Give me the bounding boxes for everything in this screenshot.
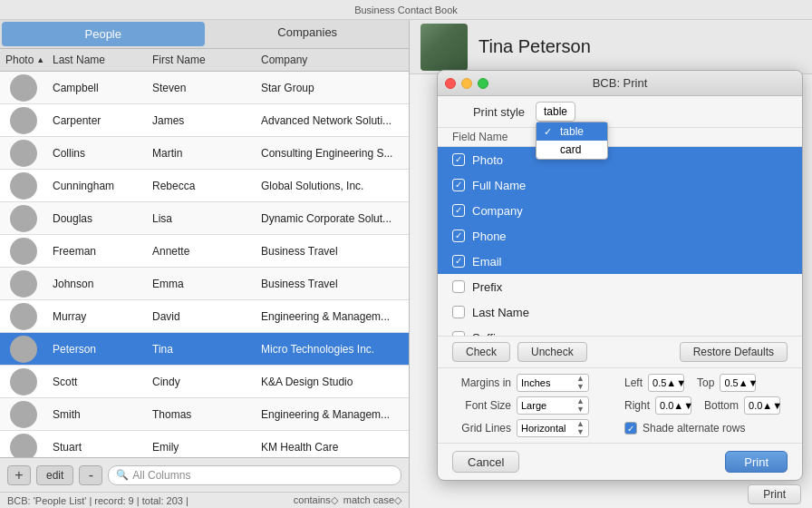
top-input[interactable]: 0.5 ▲▼: [720, 374, 756, 392]
cell-company: Star Group: [256, 82, 409, 94]
tab-people[interactable]: People: [2, 22, 205, 46]
table-row[interactable]: Campbell Steven Star Group: [0, 72, 409, 104]
field-name: Email: [472, 255, 502, 269]
match-case-selector[interactable]: match case◇: [343, 494, 401, 506]
field-checkbox[interactable]: [452, 306, 465, 318]
left-input[interactable]: 0.5 ▲▼: [648, 374, 684, 392]
left-stepper-icon: ▲▼: [666, 377, 686, 388]
bottom-label: Bottom: [704, 399, 739, 412]
cell-photo: [0, 172, 47, 200]
shade-row: Shade alternate rows: [624, 419, 788, 437]
shade-checkbox[interactable]: [624, 422, 637, 435]
status-text: BCB: 'People List' | record: 9 | total: …: [7, 495, 188, 506]
tab-companies[interactable]: Companies: [207, 20, 410, 48]
cell-photo: [0, 140, 47, 167]
add-record-button[interactable]: +: [7, 465, 31, 485]
maximize-button[interactable]: [478, 78, 488, 89]
action-buttons: Check Uncheck Restore Defaults: [438, 336, 802, 367]
close-button[interactable]: [445, 78, 456, 89]
options-section: Margins in Inches ▲▼ Left 0.5 ▲▼ Top 0.5: [438, 367, 802, 443]
field-item[interactable]: Email: [438, 249, 802, 274]
cancel-button[interactable]: Cancel: [452, 451, 519, 473]
header-photo[interactable]: Photo ▲: [0, 51, 47, 69]
edit-button[interactable]: edit: [36, 465, 73, 485]
margins-unit-select[interactable]: Inches ▲▼: [517, 374, 589, 392]
table-row[interactable]: Cunningham Rebecca Global Solutions, Inc…: [0, 170, 409, 202]
table-row[interactable]: Johnson Emma Business Travel: [0, 268, 409, 300]
grid-lines-value: Horizontal: [521, 423, 566, 434]
field-item[interactable]: Suffix: [438, 325, 802, 336]
minimize-button[interactable]: [461, 78, 472, 89]
cell-last-name: Freeman: [47, 245, 147, 258]
print-style-dropdown[interactable]: table ✓ table card: [536, 102, 575, 122]
field-item[interactable]: Last Name: [438, 299, 802, 325]
table-row[interactable]: Carpenter James Advanced Network Soluti.…: [0, 104, 409, 137]
print-style-btn[interactable]: table: [536, 102, 575, 122]
cell-photo: [0, 368, 47, 396]
bottom-input[interactable]: 0.0 ▲▼: [744, 396, 780, 415]
table-row[interactable]: Smith Thomas Engineering & Managem...: [0, 398, 409, 431]
uncheck-button[interactable]: Uncheck: [517, 342, 587, 362]
left-panel: People Companies Photo ▲ Last Name First…: [0, 20, 410, 508]
cell-last-name: Johnson: [47, 278, 147, 290]
table-row[interactable]: Douglas Lisa Dynamic Corporate Solut...: [0, 202, 409, 235]
table-row[interactable]: Collins Martin Consulting Engineering S.…: [0, 137, 409, 170]
header-company[interactable]: Company: [256, 51, 409, 69]
grid-lines-select[interactable]: Horizontal ▲▼: [517, 419, 589, 437]
tab-bar: People Companies: [0, 20, 409, 49]
remove-record-button[interactable]: -: [79, 465, 102, 485]
cell-company: Engineering & Managem...: [256, 310, 409, 323]
header-first-name[interactable]: First Name: [147, 51, 256, 69]
style-option-table[interactable]: ✓ table: [536, 122, 607, 141]
app-title: Business Contact Book: [354, 5, 458, 15]
header-last-name[interactable]: Last Name: [47, 51, 147, 69]
cell-photo: [0, 401, 47, 428]
right-value: 0.0: [660, 400, 673, 411]
traffic-lights: [445, 78, 488, 89]
table-row[interactable]: Scott Cindy K&A Design Studio: [0, 366, 409, 398]
field-checkbox[interactable]: [452, 280, 465, 293]
cell-photo: [0, 270, 47, 298]
print-button[interactable]: Print: [725, 451, 788, 473]
contact-photo: [420, 24, 468, 71]
field-item[interactable]: Phone: [438, 223, 802, 249]
cell-last-name: Cunningham: [47, 180, 147, 192]
style-option-card[interactable]: card: [536, 141, 607, 159]
cell-photo: [0, 74, 47, 102]
table-row[interactable]: Freeman Annette Business Travel: [0, 235, 409, 268]
grid-lines-row: Grid Lines Horizontal ▲▼: [452, 419, 615, 437]
right-panel: Tina Peterson BCB: Print Print style tab…: [410, 20, 812, 508]
table-row[interactable]: Peterson Tina Micro Technologies Inc.: [0, 333, 409, 366]
field-item[interactable]: Photo: [438, 147, 802, 172]
cell-company: Dynamic Corporate Solut...: [256, 212, 409, 225]
restore-defaults-button[interactable]: Restore Defaults: [680, 342, 788, 362]
cell-company: Micro Technologies Inc.: [256, 343, 409, 356]
field-item[interactable]: Prefix: [438, 274, 802, 299]
contains-selector[interactable]: contains◇: [294, 494, 338, 506]
avatar: [10, 270, 37, 298]
style-label-table: table: [560, 125, 584, 138]
cell-company: KM Health Care: [256, 441, 409, 454]
field-checkbox[interactable]: [452, 204, 465, 217]
contact-name: Tina Peterson: [478, 36, 591, 57]
field-item[interactable]: Full Name: [438, 172, 802, 198]
table-row[interactable]: Murray David Engineering & Managem...: [0, 300, 409, 333]
main-print-button[interactable]: Print: [748, 484, 801, 504]
field-checkbox[interactable]: [452, 230, 465, 242]
field-item[interactable]: Company: [438, 198, 802, 223]
grid-lines-label: Grid Lines: [452, 422, 511, 435]
cell-first-name: Emma: [147, 278, 256, 290]
table-row[interactable]: Stuart Emily KM Health Care: [0, 431, 409, 457]
cell-company: K&A Design Studio: [256, 376, 409, 388]
font-size-value: Large: [521, 400, 546, 411]
avatar: [10, 303, 37, 330]
check-button[interactable]: Check: [452, 342, 510, 362]
field-checkbox[interactable]: [452, 255, 465, 268]
field-checkbox[interactable]: [452, 179, 465, 191]
field-checkbox[interactable]: [452, 153, 465, 166]
cell-company: Engineering & Managem...: [256, 408, 409, 421]
margins-unit-value: Inches: [521, 377, 550, 388]
search-input[interactable]: 🔍 All Columns: [108, 465, 401, 485]
right-input[interactable]: 0.0 ▲▼: [655, 396, 691, 415]
font-size-select[interactable]: Large ▲▼: [517, 396, 589, 415]
